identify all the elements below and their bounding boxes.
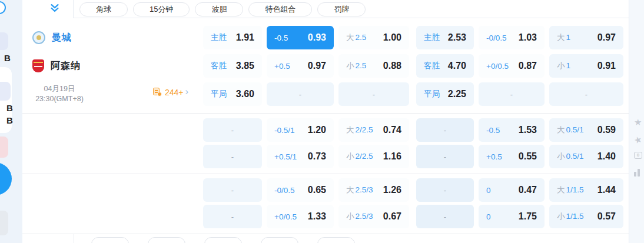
odds-cell[interactable]: 小2/2.51.16 bbox=[338, 145, 409, 168]
odds-cell[interactable]: -0.5/11.20 bbox=[267, 118, 334, 142]
sidebar-action-button[interactable] bbox=[0, 162, 12, 195]
bottom-tab-pill[interactable] bbox=[261, 237, 298, 243]
tab-corner-kick[interactable]: 角球 bbox=[79, 2, 128, 16]
sidebar-nav-pill[interactable] bbox=[0, 82, 11, 101]
odds-value: 1.00 bbox=[383, 32, 401, 43]
stats-icon[interactable] bbox=[634, 169, 644, 178]
odds-cell[interactable]: 客胜3.85 bbox=[203, 54, 262, 78]
odds-value: 1.75 bbox=[519, 211, 537, 222]
odds-value: 0.91 bbox=[597, 61, 616, 71]
odds-label: 客胜 bbox=[211, 61, 227, 71]
odds-value: 3.60 bbox=[236, 89, 254, 99]
odds-cell[interactable]: 小2.50.88 bbox=[338, 54, 409, 78]
odds-cell[interactable]: 大10.97 bbox=[549, 26, 623, 49]
tab-15-minutes[interactable]: 15分钟 bbox=[133, 2, 190, 16]
home-team-row[interactable]: 曼城 bbox=[22, 26, 203, 49]
odds-cell[interactable]: +0.50.55 bbox=[479, 145, 545, 168]
odds-cell[interactable]: 小1/1.50.57 bbox=[549, 205, 623, 228]
bottom-tab-pill[interactable] bbox=[91, 237, 129, 243]
odds-label: -0.5 bbox=[274, 34, 288, 42]
odds-cell-empty: - bbox=[416, 205, 474, 228]
odds-value: 0.73 bbox=[308, 151, 326, 162]
odds-label: 大0.5/1 bbox=[557, 125, 584, 135]
odds-cell[interactable]: 主胜2.53 bbox=[416, 26, 474, 49]
odds-value: 0.97 bbox=[597, 32, 616, 43]
odds-cell[interactable]: +0/0.50.87 bbox=[479, 54, 545, 78]
odds-label: 大1 bbox=[557, 32, 570, 43]
odds-value: 0.55 bbox=[519, 151, 537, 162]
odds-cell[interactable]: 00.47 bbox=[479, 178, 545, 202]
tab-correct-score[interactable]: 波胆 bbox=[195, 2, 243, 16]
odds-label: 0 bbox=[486, 212, 491, 221]
odds-cell[interactable]: 大2/2.50.74 bbox=[338, 118, 409, 142]
favorite-star-icon[interactable]: ★ bbox=[634, 118, 644, 127]
odds-label-prefix: 大 bbox=[346, 125, 354, 134]
odds-label-prefix: 小 bbox=[346, 61, 354, 70]
odds-cell[interactable]: 平局2.25 bbox=[416, 82, 474, 106]
odds-label: +0.5 bbox=[274, 62, 290, 71]
odds-cell[interactable]: 大2.51.00 bbox=[338, 26, 409, 49]
match-info-column: 曼城 阿森纳 04月19日 23:30(GMT+8) 244+ bbox=[22, 26, 203, 106]
pin-icon[interactable]: ★ bbox=[633, 133, 644, 145]
markets-icon bbox=[153, 88, 162, 96]
sidebar-circle-icon[interactable] bbox=[0, 1, 6, 14]
odds-cell[interactable]: +0.50.97 bbox=[267, 54, 334, 78]
empty-odds-dash: - bbox=[510, 90, 513, 99]
odds-label-prefix: 大 bbox=[346, 185, 354, 194]
odds-cell[interactable]: 客胜4.70 bbox=[416, 54, 474, 78]
double-chevron-down-icon bbox=[49, 3, 60, 16]
empty-odds-dash: - bbox=[444, 126, 446, 135]
bottom-tab-pills bbox=[91, 237, 355, 243]
odds-row: 客胜3.85+0.50.97小2.50.88客胜4.70+0/0.50.87小1… bbox=[203, 54, 623, 78]
sidebar-nav-pill[interactable] bbox=[0, 32, 8, 50]
odds-value: 1.16 bbox=[383, 151, 401, 162]
odds-value: 0.93 bbox=[308, 32, 326, 43]
odds-cell-empty: - bbox=[203, 178, 262, 202]
odds-value: 0.97 bbox=[308, 61, 326, 71]
odds-cell[interactable]: -0.50.93 bbox=[267, 26, 334, 49]
odds-cell[interactable]: -0.51.53 bbox=[479, 118, 545, 142]
odds-cell-empty: - bbox=[267, 82, 334, 106]
odds-cell[interactable]: 小10.91 bbox=[549, 54, 623, 78]
empty-label-column bbox=[22, 118, 203, 168]
market-tabs: 角球15分钟波胆特色组合罚牌 bbox=[74, 2, 366, 16]
bottom-tab-pill[interactable] bbox=[317, 237, 355, 243]
bottom-tab-pill[interactable] bbox=[148, 237, 185, 243]
odds-cell[interactable]: -0/0.51.03 bbox=[479, 26, 545, 49]
odds-content: 角球15分钟波胆特色组合罚牌 曼城 阿森纳 04月19日 23:30(GMT+8… bbox=[22, 0, 644, 243]
odds-cell[interactable]: 主胜1.91 bbox=[203, 26, 262, 49]
empty-odds-dash: - bbox=[585, 90, 587, 99]
odds-cell[interactable]: 平局3.60 bbox=[203, 82, 262, 106]
odds-cell[interactable]: +0/0.51.33 bbox=[267, 205, 334, 228]
odds-label-prefix: 大 bbox=[557, 33, 565, 42]
odds-label: 大2/2.5 bbox=[346, 125, 373, 135]
odds-label: -0.5/1 bbox=[274, 126, 295, 135]
odds-cell[interactable]: 小2.5/30.67 bbox=[338, 205, 409, 228]
more-markets-link[interactable]: 244+ › bbox=[153, 87, 188, 97]
odds-cell[interactable]: 小0.5/11.40 bbox=[549, 145, 623, 168]
collapse-button[interactable] bbox=[22, 0, 74, 18]
odds-row: -+0.5/10.73小2/2.51.16-+0.50.55小0.5/11.40 bbox=[203, 145, 623, 168]
empty-odds-dash: - bbox=[444, 152, 446, 161]
odds-cell[interactable]: -0/0.50.65 bbox=[267, 178, 334, 202]
odds-cell[interactable]: +0.5/10.73 bbox=[267, 145, 334, 168]
live-video-icon[interactable]: 0 bbox=[634, 152, 644, 161]
match-meta-row: 04月19日 23:30(GMT+8) 244+ › bbox=[22, 82, 203, 106]
odds-cell[interactable]: 大1/1.51.44 bbox=[549, 178, 623, 202]
sidebar-nav-pill-pink[interactable] bbox=[0, 137, 8, 158]
odds-label: 大1/1.5 bbox=[557, 185, 584, 195]
away-team-row[interactable]: 阿森纳 bbox=[22, 54, 203, 78]
sidebar-nav-pill-gray[interactable] bbox=[0, 211, 8, 235]
odds-cell-empty: - bbox=[479, 82, 545, 106]
odds-value: 0.65 bbox=[308, 185, 326, 195]
odds-label-prefix: 大 bbox=[557, 125, 565, 134]
odds-value: 1.40 bbox=[597, 151, 616, 162]
odds-cell[interactable]: 大0.5/10.59 bbox=[549, 118, 623, 142]
odds-cell[interactable]: 大2.5/31.26 bbox=[338, 178, 409, 202]
bottom-tab-pill[interactable] bbox=[204, 237, 242, 243]
tab-cards[interactable]: 罚牌 bbox=[317, 2, 366, 16]
sidebar-letter: B bbox=[6, 115, 13, 125]
odds-label: -0.5 bbox=[486, 126, 500, 135]
tab-special-combo[interactable]: 特色组合 bbox=[248, 2, 312, 16]
odds-cell[interactable]: 01.75 bbox=[479, 205, 545, 228]
